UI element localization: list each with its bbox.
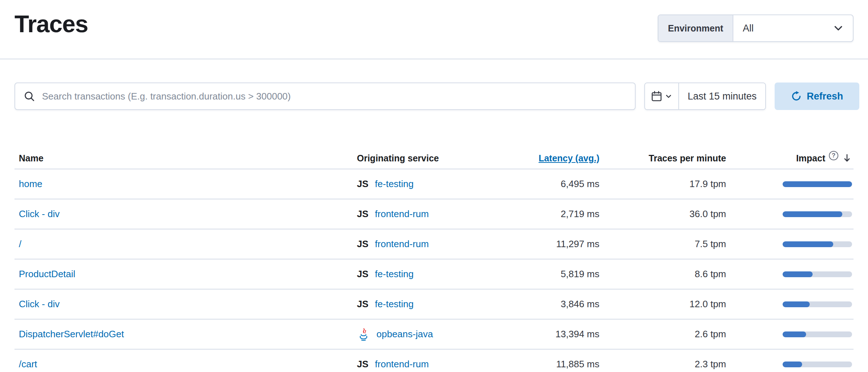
latency-value: 5,819 ms	[515, 269, 602, 280]
impact-bar-fill	[783, 241, 833, 247]
latency-value: 11,297 ms	[515, 238, 602, 250]
header-name: Name	[14, 153, 353, 164]
header-divider	[0, 59, 868, 59]
service-link[interactable]: fe-testing	[375, 299, 414, 310]
tpm-value: 7.5 tpm	[602, 238, 729, 250]
transaction-link[interactable]: /cart	[19, 359, 37, 369]
help-icon: ?	[829, 151, 838, 160]
date-picker: Last 15 minutes	[644, 83, 766, 110]
impact-bar-fill	[783, 181, 852, 187]
impact-bar	[783, 271, 852, 277]
refresh-icon	[791, 91, 802, 102]
page-title: Traces	[14, 9, 88, 38]
header-impact-label: Impact	[796, 153, 825, 164]
js-icon: JS	[357, 238, 368, 250]
js-icon: JS	[357, 299, 368, 310]
header-impact[interactable]: Impact ?	[729, 153, 852, 164]
transaction-link[interactable]: Click - div	[19, 208, 60, 219]
js-icon: JS	[357, 208, 368, 220]
tpm-value: 36.0 tpm	[602, 208, 729, 220]
js-icon: JS	[357, 178, 368, 190]
service-link[interactable]: frontend-rum	[375, 208, 429, 220]
time-range-button[interactable]: Last 15 minutes	[679, 83, 765, 109]
table-row: home JS fe-testing 6,495 ms 17.9 tpm	[14, 169, 854, 199]
transaction-link[interactable]: DispatcherServlet#doGet	[19, 329, 124, 339]
impact-bar	[783, 331, 852, 337]
latency-value: 13,394 ms	[515, 329, 602, 340]
tpm-value: 17.9 tpm	[602, 178, 729, 190]
tpm-value: 12.0 tpm	[602, 299, 729, 310]
transaction-link[interactable]: /	[19, 238, 21, 249]
refresh-label: Refresh	[807, 91, 843, 102]
search-box[interactable]	[14, 83, 636, 110]
latency-value: 6,495 ms	[515, 178, 602, 190]
impact-bar	[783, 241, 852, 247]
impact-bar	[783, 211, 852, 217]
search-input[interactable]	[41, 90, 626, 102]
impact-bar	[783, 181, 852, 187]
service-link[interactable]: frontend-rum	[375, 238, 429, 250]
service-link[interactable]: opbeans-java	[376, 329, 433, 340]
chevron-down-icon	[665, 93, 672, 100]
java-icon	[357, 328, 370, 341]
traces-table: Name Originating service Latency (avg.) …	[14, 148, 854, 372]
tpm-value: 2.6 tpm	[602, 329, 729, 340]
table-row: / JS frontend-rum 11,297 ms 7.5 tpm	[14, 229, 854, 259]
calendar-icon	[651, 91, 662, 102]
chevron-down-icon	[833, 23, 843, 33]
impact-bar	[783, 301, 852, 307]
environment-value: All	[743, 23, 754, 34]
table-row: Click - div JS frontend-rum 2,719 ms 36.…	[14, 199, 854, 229]
transaction-link[interactable]: ProductDetail	[19, 269, 75, 279]
page-header: Traces Environment All	[0, 0, 868, 42]
js-icon: JS	[357, 269, 368, 280]
header-service: Originating service	[353, 153, 515, 164]
impact-bar-fill	[783, 271, 813, 277]
table-row: ProductDetail JS fe-testing 5,819 ms 8.6…	[14, 259, 854, 289]
table-row: Click - div JS fe-testing 3,846 ms 12.0 …	[14, 289, 854, 320]
search-icon	[24, 91, 35, 102]
environment-label: Environment	[658, 15, 733, 41]
latency-value: 11,885 ms	[515, 359, 602, 370]
toolbar: Last 15 minutes Refresh	[0, 83, 868, 110]
impact-bar-fill	[783, 211, 842, 217]
calendar-button[interactable]	[645, 83, 679, 109]
js-icon: JS	[357, 359, 368, 370]
refresh-button[interactable]: Refresh	[775, 83, 859, 110]
environment-control[interactable]: Environment All	[658, 14, 854, 42]
service-link[interactable]: frontend-rum	[375, 359, 429, 370]
service-link[interactable]: fe-testing	[375, 269, 414, 280]
table-row: DispatcherServlet#doGet opbeans-java 13,…	[14, 320, 854, 350]
impact-bar-fill	[783, 301, 810, 307]
tpm-value: 8.6 tpm	[602, 269, 729, 280]
impact-bar-fill	[783, 331, 806, 337]
header-latency[interactable]: Latency (avg.)	[539, 153, 599, 163]
impact-bar-fill	[783, 362, 802, 367]
environment-select[interactable]: All	[733, 15, 853, 41]
transaction-link[interactable]: Click - div	[19, 299, 60, 309]
tpm-value: 2.3 tpm	[602, 359, 729, 370]
latency-value: 2,719 ms	[515, 208, 602, 220]
service-link[interactable]: fe-testing	[375, 178, 414, 190]
header-tpm: Traces per minute	[602, 153, 729, 164]
impact-bar	[783, 362, 852, 367]
sort-desc-icon	[842, 153, 852, 163]
transaction-link[interactable]: home	[19, 178, 42, 189]
latency-value: 3,846 ms	[515, 299, 602, 310]
table-header: Name Originating service Latency (avg.) …	[14, 148, 854, 169]
table-row: /cart JS frontend-rum 11,885 ms 2.3 tpm	[14, 350, 854, 372]
